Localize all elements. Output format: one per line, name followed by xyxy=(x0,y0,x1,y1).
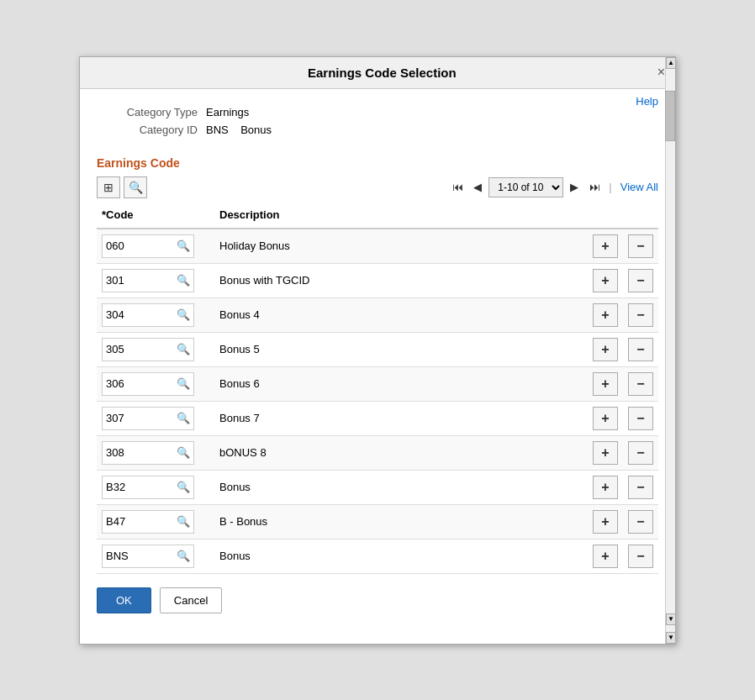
section-title: Earnings Code xyxy=(80,150,675,173)
table-container: *Code Description 🔍 Holiday Bonus + − xyxy=(80,202,675,574)
add-button[interactable]: + xyxy=(593,545,618,568)
pagination: ⏮ ◀ 1-10 of 10 ▶ ⏭ | View All xyxy=(448,177,658,197)
code-input[interactable] xyxy=(103,410,173,426)
code-search-button[interactable]: 🔍 xyxy=(173,373,193,395)
scroll-bottom-arrow[interactable]: ▼ xyxy=(666,632,676,644)
remove-button[interactable]: − xyxy=(628,303,653,327)
scroll-thumb[interactable] xyxy=(665,91,675,141)
code-search-button[interactable]: 🔍 xyxy=(173,408,193,429)
code-cell: 🔍 xyxy=(97,297,214,332)
category-id-row: Category ID BNS Bonus xyxy=(105,124,650,136)
remove-button[interactable]: − xyxy=(628,476,653,499)
col-header-remove xyxy=(623,202,658,229)
remove-button[interactable]: − xyxy=(628,510,653,534)
remove-cell: − xyxy=(623,263,658,297)
ok-button[interactable]: OK xyxy=(97,587,151,613)
category-type-value: Earnings xyxy=(206,106,249,118)
view-all-link[interactable]: View All xyxy=(620,181,658,193)
remove-button[interactable]: − xyxy=(628,234,653,258)
first-page-button[interactable]: ⏮ xyxy=(448,178,467,197)
scroll-down-arrow[interactable]: ▼ xyxy=(666,613,676,625)
add-button[interactable]: + xyxy=(593,303,618,327)
code-search-button[interactable]: 🔍 xyxy=(173,476,193,498)
add-button[interactable]: + xyxy=(593,234,618,258)
remove-cell: − xyxy=(623,539,658,573)
code-input[interactable] xyxy=(103,445,173,461)
remove-button[interactable]: − xyxy=(628,269,653,292)
add-button[interactable]: + xyxy=(593,476,618,499)
next-page-button[interactable]: ▶ xyxy=(565,178,583,197)
page-range-select[interactable]: 1-10 of 10 xyxy=(488,177,563,197)
category-id-code: BNS xyxy=(206,124,229,136)
add-button[interactable]: + xyxy=(593,269,618,292)
add-button[interactable]: + xyxy=(593,407,618,430)
remove-button[interactable]: − xyxy=(628,441,653,465)
code-input[interactable] xyxy=(103,513,173,529)
table-body: 🔍 Holiday Bonus + − 🔍 Bonus with TGCID + xyxy=(97,229,658,574)
add-cell: + xyxy=(588,504,623,539)
code-search-button[interactable]: 🔍 xyxy=(173,545,193,567)
table-row: 🔍 bONUS 8 + − xyxy=(97,435,658,470)
description-cell: Bonus 4 xyxy=(214,297,588,332)
grid-view-button[interactable]: ⊞ xyxy=(97,176,120,198)
remove-cell: − xyxy=(623,297,658,332)
add-cell: + xyxy=(588,366,623,401)
table-row: 🔍 Bonus with TGCID + − xyxy=(97,263,658,297)
table-header-row: *Code Description xyxy=(97,202,658,229)
help-link[interactable]: Help xyxy=(636,95,658,108)
cancel-button[interactable]: Cancel xyxy=(160,587,222,613)
code-search-button[interactable]: 🔍 xyxy=(173,339,193,361)
code-cell: 🔍 xyxy=(97,263,214,297)
info-section: Category Type Earnings Category ID BNS B… xyxy=(80,89,675,150)
code-cell: 🔍 xyxy=(97,366,214,401)
remove-button[interactable]: − xyxy=(628,338,653,361)
prev-page-button[interactable]: ◀ xyxy=(468,178,487,197)
code-search-button[interactable]: 🔍 xyxy=(173,304,193,326)
code-search-button[interactable]: 🔍 xyxy=(173,270,193,292)
add-button[interactable]: + xyxy=(593,338,618,361)
remove-cell: − xyxy=(623,470,658,504)
table-row: 🔍 Bonus + − xyxy=(97,470,658,504)
code-input[interactable] xyxy=(103,238,173,254)
category-id-value: BNS Bonus xyxy=(206,124,272,136)
description-cell: Bonus xyxy=(214,470,588,504)
code-cell: 🔍 xyxy=(97,401,214,435)
code-input[interactable] xyxy=(103,479,173,495)
remove-button[interactable]: − xyxy=(628,407,653,430)
add-button[interactable]: + xyxy=(593,372,618,396)
search-toolbar-button[interactable]: 🔍 xyxy=(124,176,147,198)
add-cell: + xyxy=(588,229,623,264)
add-cell: + xyxy=(588,297,623,332)
earnings-code-dialog: ▲ ▼ ▼ Earnings Code Selection × Help Cat… xyxy=(79,56,676,645)
add-cell: + xyxy=(588,263,623,297)
code-input[interactable] xyxy=(103,307,173,323)
add-button[interactable]: + xyxy=(593,510,618,534)
description-cell: Bonus xyxy=(214,539,588,573)
scrollbar[interactable]: ▲ ▼ ▼ xyxy=(665,57,675,644)
code-search-button[interactable]: 🔍 xyxy=(173,235,193,257)
category-type-row: Category Type Earnings xyxy=(105,106,650,118)
description-cell: B - Bonus xyxy=(214,504,588,539)
remove-cell: − xyxy=(623,435,658,470)
code-cell: 🔍 xyxy=(97,332,214,366)
code-search-button[interactable]: 🔍 xyxy=(173,511,193,533)
code-cell: 🔍 xyxy=(97,539,214,573)
code-input[interactable] xyxy=(103,341,173,357)
code-input[interactable] xyxy=(103,272,173,288)
add-cell: + xyxy=(588,332,623,366)
code-cell: 🔍 xyxy=(97,229,214,264)
code-input[interactable] xyxy=(103,548,173,564)
code-input[interactable] xyxy=(103,376,173,392)
remove-button[interactable]: − xyxy=(628,545,653,568)
add-button[interactable]: + xyxy=(593,441,618,465)
description-cell: bONUS 8 xyxy=(214,435,588,470)
category-id-name: Bonus xyxy=(240,124,272,136)
close-button[interactable]: × xyxy=(657,66,665,79)
last-page-button[interactable]: ⏭ xyxy=(585,178,604,197)
description-cell: Holiday Bonus xyxy=(214,229,588,264)
remove-cell: − xyxy=(623,401,658,435)
remove-button[interactable]: − xyxy=(628,372,653,396)
code-search-button[interactable]: 🔍 xyxy=(173,442,193,464)
scroll-up-arrow[interactable]: ▲ xyxy=(666,57,676,69)
table-row: 🔍 B - Bonus + − xyxy=(97,504,658,539)
